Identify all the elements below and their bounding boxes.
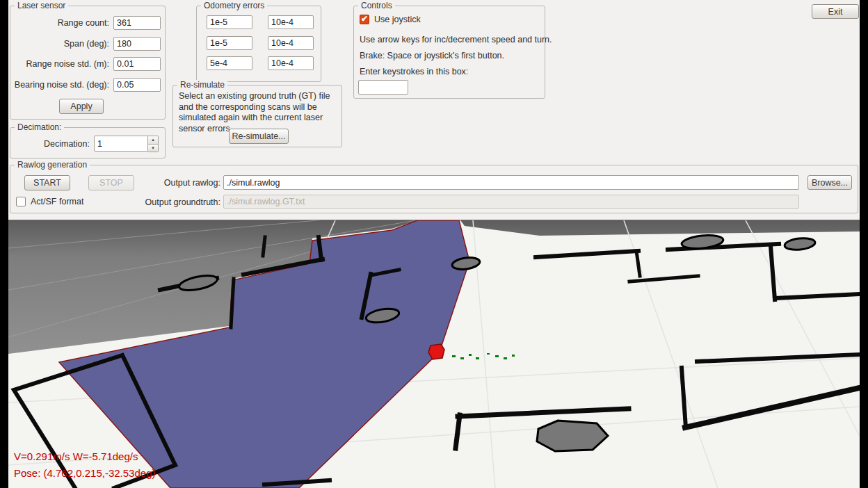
- use-joystick-checkbox[interactable]: [360, 15, 369, 24]
- decimation-group: Decimation: Decimation:: [10, 127, 166, 158]
- controls-title: Controls: [358, 1, 395, 10]
- rawlog-generation-group: Rawlog generation START STOP Output rawl…: [10, 165, 858, 213]
- decimation-spinner: [94, 136, 159, 152]
- control-panel: Laser sensor Range count: Span (deg): Ra…: [8, 0, 860, 220]
- exit-button[interactable]: Exit: [812, 4, 859, 19]
- window-edge-right: [860, 0, 868, 488]
- odom-err-11-input[interactable]: [268, 36, 314, 50]
- output-groundtruth-input: [223, 195, 799, 209]
- odometry-errors-group: Odometry errors: [196, 6, 321, 82]
- odometry-errors-title: Odometry errors: [201, 1, 267, 10]
- bearing-noise-input[interactable]: [113, 78, 161, 92]
- act-sf-label: Act/SF format: [31, 197, 83, 206]
- odom-err-10-input[interactable]: [207, 36, 252, 50]
- keystroke-input[interactable]: [358, 80, 408, 95]
- range-noise-input[interactable]: [113, 57, 161, 71]
- simulation-scene: V=0.291m/s W=-5.71deg/s Pose: (4.762,0.2…: [8, 220, 860, 488]
- rawlog-generation-title: Rawlog generation: [15, 160, 90, 170]
- span-deg-input[interactable]: [113, 37, 161, 51]
- start-button[interactable]: START: [24, 175, 70, 190]
- spin-up-icon[interactable]: [148, 136, 158, 144]
- odom-err-00-input[interactable]: [207, 15, 252, 29]
- robot-marker: [428, 344, 444, 359]
- decimation-label: Decimation:: [10, 139, 90, 149]
- decimation-input[interactable]: [94, 136, 148, 152]
- simulator-window: Laser sensor Range count: Span (deg): Ra…: [8, 0, 860, 488]
- bearing-noise-label: Bearing noise std. (deg):: [10, 80, 109, 90]
- laser-sensor-group: Laser sensor Range count: Span (deg): Ra…: [10, 6, 166, 120]
- act-sf-checkbox[interactable]: [16, 197, 26, 206]
- apply-button[interactable]: Apply: [59, 99, 104, 114]
- laser-sensor-title: Laser sensor: [15, 1, 68, 10]
- use-joystick-label: Use joystick: [374, 15, 421, 24]
- hud-velocity-text: V=0.291m/s W=-5.71deg/s: [14, 450, 138, 462]
- 3d-viewport[interactable]: V=0.291m/s W=-5.71deg/s Pose: (4.762,0.2…: [8, 220, 860, 488]
- resimulate-description: Select an existing ground truth (GT) fil…: [179, 91, 337, 134]
- browse-button[interactable]: Browse...: [807, 175, 852, 190]
- decimation-group-title: Decimation:: [15, 122, 64, 132]
- odom-err-01-input[interactable]: [268, 15, 314, 29]
- output-groundtruth-label: Output groundtruth:: [136, 197, 220, 207]
- odom-err-20-input[interactable]: [207, 56, 252, 70]
- controls-hint-brake: Brake: Space or joystick's first button.: [360, 51, 504, 60]
- hud-pose-text: Pose: (4.762,0.215,-32.53deg): [14, 467, 155, 479]
- resimulate-button[interactable]: Re-simulate...: [229, 129, 289, 144]
- resimulate-group: Re-simulate Select an existing ground tr…: [172, 85, 342, 147]
- window-edge-left: [0, 0, 8, 488]
- controls-hint-keystrokes: Enter keystrokes in this box:: [360, 67, 468, 76]
- output-rawlog-label: Output rawlog:: [136, 178, 220, 188]
- spin-down-icon[interactable]: [148, 144, 158, 152]
- range-noise-label: Range noise std. (m):: [10, 59, 109, 69]
- output-rawlog-input[interactable]: [223, 175, 799, 190]
- range-count-input[interactable]: [113, 16, 161, 30]
- odom-err-21-input[interactable]: [268, 56, 314, 70]
- span-deg-label: Span (deg):: [10, 39, 109, 49]
- stop-button[interactable]: STOP: [88, 175, 134, 190]
- controls-group: Controls Use joystick Use arrow keys for…: [353, 6, 545, 99]
- range-count-label: Range count:: [10, 18, 109, 28]
- controls-hint-arrows: Use arrow keys for inc/decrement speed a…: [360, 35, 552, 44]
- resimulate-title: Re-simulate: [177, 80, 227, 90]
